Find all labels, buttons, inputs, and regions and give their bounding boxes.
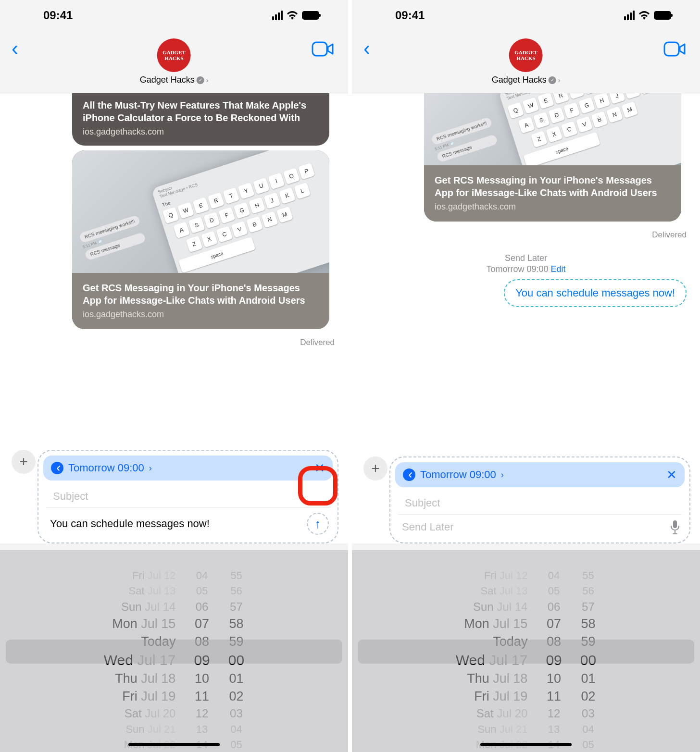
contact-info[interactable]: GADGETHACKS Gadget Hacks ✓ › [492, 38, 561, 85]
link-image: RCS messaging works!!! 5:11 PM 📨 RCS mes… [72, 150, 329, 273]
send-button[interactable]: ↑ [307, 513, 329, 535]
phone-right: 09:41 ‹ GADGETHACKS Gadget Hacks ✓ › RCS… [352, 0, 700, 752]
facetime-button[interactable] [663, 40, 687, 60]
link-title: All the Must-Try New Features That Make … [83, 99, 319, 124]
delivered-status: Delivered [352, 226, 700, 240]
link-image: RCS messaging works!!! 5:11 PM 📨 RCS mes… [424, 93, 681, 165]
picker-selection-bar [6, 640, 342, 664]
cellular-signal-icon [624, 11, 635, 20]
chevron-right-icon: › [149, 463, 152, 473]
dictation-button[interactable] [669, 519, 681, 535]
send-later-label: Send Later [352, 253, 700, 263]
status-icons [624, 11, 671, 20]
battery-icon [302, 11, 319, 20]
avatar: GADGETHACKS [157, 38, 191, 72]
svg-rect-1 [664, 42, 679, 56]
contact-info[interactable]: GADGETHACKS Gadget Hacks ✓ › [140, 38, 209, 85]
status-icons [272, 11, 319, 20]
highlight-annotation [298, 466, 338, 505]
wifi-icon [638, 11, 650, 20]
verified-badge-icon: ✓ [197, 76, 204, 84]
nav-header: ‹ GADGETHACKS Gadget Hacks ✓ › [352, 31, 700, 93]
status-bar: 09:41 [352, 0, 700, 31]
message-input[interactable]: Send Later [402, 521, 664, 533]
facetime-button[interactable] [312, 40, 335, 60]
back-button[interactable]: ‹ [12, 38, 18, 59]
link-domain: ios.gadgethacks.com [83, 309, 319, 320]
subject-field[interactable]: Subject [46, 483, 330, 508]
chevron-right-icon: › [206, 76, 209, 84]
delivered-status: Delivered [0, 334, 348, 347]
verified-badge-icon: ✓ [549, 76, 556, 84]
compose-box: Tomorrow 09:00 › ✕ Subject You can sched… [38, 450, 338, 543]
battery-icon [654, 11, 671, 20]
clock-icon [403, 468, 415, 481]
schedule-time: Tomorrow 09:00 [68, 462, 144, 474]
phone-left: 09:41 ‹ GADGETHACKS Gadget Hacks ✓ › All… [0, 0, 348, 752]
link-preview-2[interactable]: RCS messaging works!!! 5:11 PM 📨 RCS mes… [424, 93, 681, 222]
date-time-picker[interactable]: Fri Jul 12Sat Jul 13Sun Jul 14Mon Jul 15… [352, 550, 700, 752]
schedule-pill[interactable]: Tomorrow 09:00 › ✕ [395, 462, 685, 487]
compose-area: + Tomorrow 09:00 › ✕ Subject You can sch… [0, 438, 348, 543]
back-button[interactable]: ‹ [363, 38, 370, 59]
compose-box: Tomorrow 09:00 › ✕ Subject Send Later [389, 456, 690, 543]
svg-rect-0 [312, 42, 327, 56]
date-time-picker[interactable]: Fri Jul 12Sat Jul 13Sun Jul 14Mon Jul 15… [0, 550, 348, 752]
contact-name: Gadget Hacks [140, 75, 195, 85]
status-time: 09:41 [395, 9, 425, 22]
picker-selection-bar [358, 640, 694, 664]
link-preview-1[interactable]: All the Must-Try New Features That Make … [72, 93, 329, 146]
nav-header: ‹ GADGETHACKS Gadget Hacks ✓ › [0, 31, 348, 93]
link-title: Get RCS Messaging in Your iPhone's Messa… [83, 282, 319, 307]
attachments-button[interactable]: + [12, 450, 36, 474]
home-indicator[interactable] [480, 743, 572, 746]
messages-area[interactable]: All the Must-Try New Features That Make … [0, 93, 348, 438]
status-bar: 09:41 [0, 0, 348, 31]
status-time: 09:41 [43, 9, 73, 22]
subject-field[interactable]: Subject [398, 490, 682, 515]
link-domain: ios.gadgethacks.com [435, 202, 671, 212]
link-domain: ios.gadgethacks.com [83, 127, 319, 137]
home-indicator[interactable] [128, 743, 220, 746]
schedule-pill[interactable]: Tomorrow 09:00 › ✕ [43, 456, 333, 481]
svg-rect-2 [673, 520, 677, 528]
edit-schedule-button[interactable]: Edit [551, 264, 566, 274]
scheduled-time-row: Tomorrow 09:00 Edit [352, 264, 700, 274]
messages-area[interactable]: RCS messaging works!!! 5:11 PM 📨 RCS mes… [352, 93, 700, 445]
avatar: GADGETHACKS [509, 38, 543, 72]
clock-icon [51, 462, 63, 474]
link-preview-2[interactable]: RCS messaging works!!! 5:11 PM 📨 RCS mes… [72, 150, 329, 329]
chevron-right-icon: › [501, 470, 504, 480]
link-title: Get RCS Messaging in Your iPhone's Messa… [435, 174, 671, 199]
wifi-icon [287, 11, 298, 20]
message-input[interactable]: You can schedule messages now! [50, 518, 302, 530]
clear-schedule-button[interactable]: ✕ [666, 468, 677, 482]
attachments-button[interactable]: + [363, 456, 388, 481]
contact-name: Gadget Hacks [492, 75, 547, 85]
cellular-signal-icon [272, 11, 283, 20]
compose-area: + Tomorrow 09:00 › ✕ Subject Send Later [352, 445, 700, 543]
chevron-right-icon: › [558, 76, 561, 84]
schedule-time: Tomorrow 09:00 [420, 468, 496, 481]
scheduled-message-bubble[interactable]: You can schedule messages now! [504, 279, 687, 307]
